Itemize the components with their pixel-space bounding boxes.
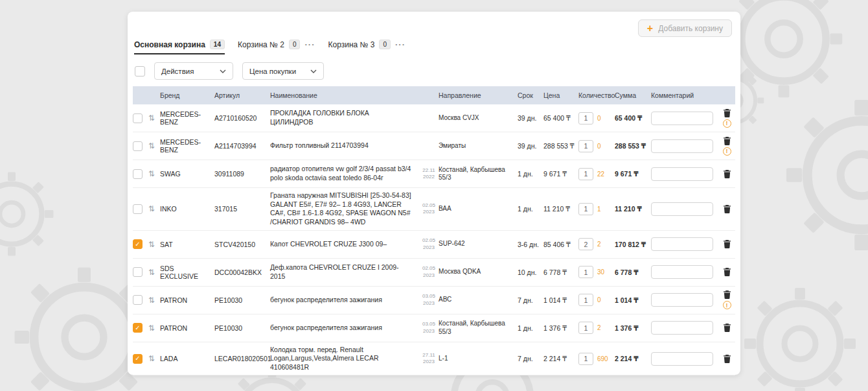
move-to-cart-icon[interactable]: ⇅ xyxy=(148,114,160,122)
row-name: ПРОКЛАДКА ГОЛОВКИ БЛОКА ЦИЛИНДРОВ xyxy=(270,109,419,126)
purchase-price-dropdown[interactable]: Цена покупки xyxy=(242,62,324,80)
row-checkbox[interactable] xyxy=(133,141,143,151)
comment-input[interactable] xyxy=(651,321,713,335)
warning-icon: ! xyxy=(723,119,731,128)
row-checkbox[interactable] xyxy=(133,169,143,179)
row-article: PE10030 xyxy=(214,324,270,332)
table-header: Бренд Артикул Наименование Направление С… xyxy=(133,86,735,104)
row-brand: SWAG xyxy=(160,170,214,178)
move-to-cart-icon[interactable]: ⇅ xyxy=(148,142,160,150)
row-date: 03.05 2023 xyxy=(419,321,439,335)
row-actions: ! xyxy=(718,137,735,156)
row-brand: PATRON xyxy=(160,324,214,332)
row-direction: SUP-642 xyxy=(439,240,518,248)
move-to-cart-icon[interactable]: ⇅ xyxy=(148,205,160,213)
row-brand: MERCEDES-BENZ xyxy=(160,110,214,126)
row-name: Фильтр топливный 2114703994 xyxy=(270,141,419,150)
panel-top-bar: + Добавить корзину xyxy=(133,19,735,37)
row-price: 9 671 ₸ xyxy=(543,170,578,178)
row-actions xyxy=(718,355,735,363)
table-row: ⇅ INKO 317015 Граната наружная MITSUBISH… xyxy=(133,188,735,231)
row-checkbox[interactable] xyxy=(133,239,143,249)
comment-input[interactable] xyxy=(651,352,713,366)
row-article: 317015 xyxy=(214,205,270,213)
select-all-checkbox[interactable] xyxy=(135,66,145,77)
row-direction: Москва CVJX xyxy=(439,114,518,123)
comment-input[interactable] xyxy=(651,237,713,251)
delete-row-icon[interactable] xyxy=(724,324,731,332)
comment-input[interactable] xyxy=(651,167,713,181)
add-cart-button[interactable]: + Добавить корзину xyxy=(638,19,732,37)
row-comment-cell xyxy=(651,321,718,335)
move-to-cart-icon[interactable]: ⇅ xyxy=(148,355,160,362)
row-actions xyxy=(718,170,735,178)
delete-row-icon[interactable] xyxy=(724,268,731,276)
add-cart-label: Добавить корзину xyxy=(658,24,723,33)
quantity-input[interactable] xyxy=(578,203,593,215)
comment-input[interactable] xyxy=(651,265,713,279)
row-comment-cell xyxy=(651,265,718,279)
row-stock-count: 30 xyxy=(597,268,604,276)
quantity-input[interactable] xyxy=(578,112,593,124)
move-to-cart-icon[interactable]: ⇅ xyxy=(148,268,160,276)
row-quantity-cell: 0 xyxy=(578,140,615,152)
delete-row-icon[interactable] xyxy=(724,290,731,299)
row-checkbox[interactable] xyxy=(133,204,143,214)
delete-row-icon[interactable] xyxy=(724,240,731,248)
cart-tab[interactable]: Корзина № 2 0 ··· xyxy=(238,40,315,54)
actions-dropdown[interactable]: Действия xyxy=(154,62,233,80)
row-price: 2 214 ₸ xyxy=(543,355,578,362)
move-to-cart-icon[interactable]: ⇅ xyxy=(148,296,160,304)
row-direction: Костанай, Карбышева 55/3 xyxy=(439,320,518,336)
row-term: 3-6 дн. xyxy=(518,241,543,248)
quantity-input[interactable] xyxy=(578,140,593,152)
comment-input[interactable] xyxy=(651,139,713,153)
delete-row-icon[interactable] xyxy=(724,137,731,145)
quantity-input[interactable] xyxy=(578,322,593,334)
row-direction: АВС xyxy=(439,296,518,304)
quantity-input[interactable] xyxy=(578,168,593,180)
row-date: 22.11 2022 xyxy=(419,167,439,181)
row-name: Граната наружная MITSUBISHI [25-30-54-83… xyxy=(270,191,419,227)
cart-panel: + Добавить корзину Основная корзина 14 К… xyxy=(128,12,740,375)
row-checkbox[interactable] xyxy=(133,323,143,333)
cart-overflow-menu-icon[interactable]: ··· xyxy=(304,40,315,49)
row-date: 02.05 2023 xyxy=(419,202,439,216)
move-to-cart-icon[interactable]: ⇅ xyxy=(148,241,160,248)
row-term: 7 дн. xyxy=(518,296,543,304)
table-body: ⇅ MERCEDES-BENZ A2710160520 ПРОКЛАДКА ГО… xyxy=(133,104,735,375)
row-term: 39 дн. xyxy=(518,142,543,150)
cart-tab[interactable]: Корзина № 3 0 ··· xyxy=(328,40,405,54)
table-row: ⇅ SDS EXCLUSIVE DCC00042BKX Деф.капота C… xyxy=(133,259,735,287)
delete-row-icon[interactable] xyxy=(724,355,731,363)
quantity-input[interactable] xyxy=(578,294,593,306)
cart-overflow-menu-icon[interactable]: ··· xyxy=(395,40,405,49)
comment-input[interactable] xyxy=(651,202,713,216)
row-checkbox[interactable] xyxy=(133,113,143,123)
row-quantity-cell: 0 xyxy=(578,294,615,306)
comment-input[interactable] xyxy=(651,293,713,307)
row-brand: LADA xyxy=(160,355,214,362)
quantity-input[interactable] xyxy=(578,238,593,250)
table-row: ⇅ LADA LECAR018020501 Колодка торм. пере… xyxy=(133,342,735,376)
move-to-cart-icon[interactable]: ⇅ xyxy=(148,324,160,332)
row-price: 85 406 ₸ xyxy=(543,241,578,248)
delete-row-icon[interactable] xyxy=(724,109,731,117)
row-quantity-cell: 30 xyxy=(578,266,615,278)
delete-row-icon[interactable] xyxy=(724,170,731,178)
row-checkbox[interactable] xyxy=(133,295,143,305)
delete-row-icon[interactable] xyxy=(724,205,731,213)
row-actions xyxy=(718,268,735,276)
quantity-input[interactable] xyxy=(578,353,593,365)
row-stock-count: 1 xyxy=(597,206,601,213)
quantity-input[interactable] xyxy=(578,266,593,278)
comment-input[interactable] xyxy=(651,112,713,125)
row-sum: 1 376 ₸ xyxy=(615,324,651,332)
row-checkbox[interactable] xyxy=(133,267,143,277)
row-checkbox[interactable] xyxy=(133,354,143,364)
move-to-cart-icon[interactable]: ⇅ xyxy=(148,170,160,178)
row-name: бегунок распределителя зажигания xyxy=(270,324,419,333)
row-sum: 11 210 ₸ xyxy=(615,205,651,213)
cart-tab[interactable]: Основная корзина 14 xyxy=(134,40,225,54)
row-article: LECAR018020501 xyxy=(214,355,270,362)
